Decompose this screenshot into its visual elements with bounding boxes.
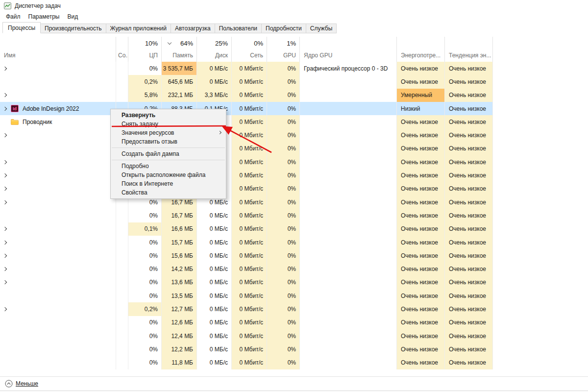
gpu-total-percent: 1% xyxy=(287,40,296,47)
process-row[interactable]: 0%15,7 МБ0 МБ/с0 Мбит/с0%Очень низкоеОче… xyxy=(0,236,493,249)
expand-chevron-icon[interactable] xyxy=(3,280,7,284)
context-menu-separator xyxy=(112,147,225,148)
process-row[interactable]: 0 Мбит/с0%Очень низкоеОчень низкое xyxy=(0,182,493,196)
column-header-network[interactable]: 0%Сеть xyxy=(232,37,267,62)
power-trend-cell: Очень низкое xyxy=(445,155,493,169)
expand-chevron-icon[interactable] xyxy=(3,254,7,258)
tab-performance[interactable]: Производительность xyxy=(40,24,106,33)
process-row[interactable]: 0%15,6 МБ0 МБ/с0 Мбит/с0%Очень низкоеОче… xyxy=(0,249,493,262)
expand-chevron-icon[interactable] xyxy=(3,93,7,97)
process-row[interactable]: 0%14,2 МБ0 МБ/с0 Мбит/с0%Очень низкоеОче… xyxy=(0,262,493,275)
context-menu-item[interactable]: Значения ресурсов xyxy=(111,128,226,137)
context-menu-item[interactable]: Предоставить отзыв xyxy=(111,137,226,146)
details-toggle[interactable]: Меньше xyxy=(0,377,588,391)
context-menu-item[interactable]: Снять задачу xyxy=(111,120,226,128)
column-header-power[interactable]: Энергопотре... xyxy=(397,37,445,62)
power-trend-cell: Очень низкое xyxy=(445,182,493,196)
expand-chevron-icon[interactable] xyxy=(3,133,7,137)
context-menu-item[interactable]: Создать файл дампа xyxy=(111,149,226,158)
tab-startup[interactable]: Автозагрузка xyxy=(171,24,215,33)
status-cell xyxy=(116,262,128,275)
network-cell: 0 Мбит/с xyxy=(232,169,267,182)
process-row[interactable]: 0,1%16,6 МБ0 МБ/с0 Мбит/с0%Очень низкоеО… xyxy=(0,222,493,236)
column-header-gpu-engine[interactable]: Ядро GPU xyxy=(300,37,397,62)
tab-processes[interactable]: Процессы xyxy=(2,22,41,33)
menubar-item-view[interactable]: Вид xyxy=(63,12,82,21)
disk-cell: 0 МБ/с xyxy=(197,236,232,249)
context-menu-item[interactable]: Поиск в Интернете xyxy=(111,179,226,188)
process-row[interactable]: 0%16,7 МБ0 МБ/с0 Мбит/с0%Очень низкоеОче… xyxy=(0,209,493,222)
column-header-cpu[interactable]: 10%ЦП xyxy=(128,37,162,62)
process-row[interactable]: 0%13,5 МБ0 МБ/с0 Мбит/с0%Очень низкоеОче… xyxy=(0,289,493,302)
tab-details[interactable]: Подробности xyxy=(261,24,306,33)
status-cell xyxy=(116,89,128,102)
process-row[interactable]: IdAdobe InDesign 20220,2%88,3 МБ0,1 МБ/с… xyxy=(0,102,493,115)
process-row[interactable]: 0%12,4 МБ0 МБ/с0 Мбит/с0%Очень низкоеОче… xyxy=(0,329,493,343)
power-cell: Очень низкое xyxy=(397,128,445,142)
status-cell xyxy=(116,276,128,289)
network-cell: 0 Мбит/с xyxy=(232,262,267,275)
expand-chevron-icon[interactable] xyxy=(3,187,7,191)
expand-chevron-icon[interactable] xyxy=(3,240,7,244)
process-row[interactable]: Проводник0 Мбит/с0%Очень низкоеОчень низ… xyxy=(0,115,493,128)
process-name-cell xyxy=(0,276,116,289)
context-menu-item[interactable]: Подробно xyxy=(111,162,226,171)
gpu-cell: 0% xyxy=(267,102,300,115)
process-row[interactable]: 0%3 535,7 МБ0 МБ/с0 Мбит/с0%Графический … xyxy=(0,62,493,75)
process-row[interactable]: 0%13,6 МБ0 МБ/с0 Мбит/с0%Очень низкоеОче… xyxy=(0,276,493,289)
column-header-name[interactable]: Имя xyxy=(0,37,116,62)
tab-users[interactable]: Пользователи xyxy=(215,24,262,33)
memory-cell: 11,8 МБ xyxy=(162,356,197,369)
process-row[interactable]: 0 Мбит/с0%Очень низкоеОчень низкое xyxy=(0,142,493,155)
power-cell: Умеренный xyxy=(397,89,445,102)
gpu-engine-cell xyxy=(300,155,397,169)
column-header-power-trend[interactable]: Тенденция эн... xyxy=(445,37,493,62)
chevron-up-circle-icon xyxy=(5,380,13,388)
column-label-memory: Память xyxy=(172,52,193,59)
context-menu-item[interactable]: Свойства xyxy=(111,188,226,197)
context-menu: РазвернутьСнять задачуЗначения ресурсовП… xyxy=(110,109,226,199)
context-menu-item[interactable]: Развернуть xyxy=(111,111,226,120)
power-cell: Очень низкое xyxy=(397,169,445,182)
tab-services[interactable]: Службы xyxy=(306,24,337,33)
sort-descending-icon xyxy=(168,41,172,45)
gpu-cell: 0% xyxy=(267,236,300,249)
process-row[interactable]: 0 Мбит/с0%Очень низкоеОчень низкое xyxy=(0,128,493,142)
disk-cell: 0 МБ/с xyxy=(197,343,232,356)
process-row[interactable]: 0,2%12,7 МБ0 МБ/с0 Мбит/с0%Очень низкоеО… xyxy=(0,302,493,316)
expand-chevron-icon[interactable] xyxy=(3,227,7,231)
tab-app-history[interactable]: Журнал приложений xyxy=(106,24,171,33)
expand-chevron-icon[interactable] xyxy=(3,307,7,311)
power-trend-cell: Очень низкое xyxy=(445,262,493,275)
column-header-status[interactable]: Со... xyxy=(116,37,128,62)
memory-cell: 14,2 МБ xyxy=(162,262,197,275)
expand-chevron-icon[interactable] xyxy=(3,267,7,271)
disk-cell: 0 МБ/с xyxy=(197,62,232,75)
context-menu-item[interactable]: Открыть расположение файла xyxy=(111,171,226,179)
expand-chevron-icon[interactable] xyxy=(3,66,7,70)
menubar-item-options[interactable]: Параметры xyxy=(24,12,64,21)
process-row[interactable]: 0,2%645,6 МБ0 МБ/с0 Мбит/с0%Очень низкое… xyxy=(0,75,493,88)
process-row[interactable]: 0 Мбит/с0%Очень низкоеОчень низкое xyxy=(0,155,493,169)
process-row[interactable]: 0%12,6 МБ0 МБ/с0 Мбит/с0%Очень низкоеОче… xyxy=(0,316,493,329)
process-row[interactable]: 0%12,2 МБ0 МБ/с0 Мбит/с0%Очень низкоеОче… xyxy=(0,343,493,356)
column-header-disk[interactable]: 25%Диск xyxy=(197,37,232,62)
network-cell: 0 Мбит/с xyxy=(232,329,267,343)
process-row[interactable]: 0%11,8 МБ0 МБ/с0 Мбит/с0%Очень низкоеОче… xyxy=(0,356,493,369)
expand-chevron-icon[interactable] xyxy=(3,173,7,177)
column-header-memory[interactable]: 64%Память xyxy=(162,37,197,62)
expand-chevron-icon[interactable] xyxy=(3,160,7,164)
window-title: Диспетчер задач xyxy=(15,2,61,9)
gpu-engine-cell xyxy=(300,249,397,262)
column-header-gpu[interactable]: 1%GPU xyxy=(267,37,300,62)
network-cell: 0 Мбит/с xyxy=(232,142,267,155)
gpu-engine-cell xyxy=(300,343,397,356)
process-row[interactable]: 0%16,7 МБ0 МБ/с0 Мбит/с0%Очень низкоеОче… xyxy=(0,196,493,209)
process-name: Adobe InDesign 2022 xyxy=(23,105,79,112)
menubar-item-file[interactable]: Файл xyxy=(2,12,24,21)
expand-chevron-icon[interactable] xyxy=(3,106,7,110)
process-row[interactable]: 0 Мбит/с0%Очень низкоеОчень низкое xyxy=(0,169,493,182)
process-row[interactable]: 5,8%232,1 МБ3,3 МБ/с0 Мбит/с0%УмеренныйО… xyxy=(0,89,493,102)
network-cell: 0 Мбит/с xyxy=(232,196,267,209)
expand-chevron-icon[interactable] xyxy=(3,200,7,204)
